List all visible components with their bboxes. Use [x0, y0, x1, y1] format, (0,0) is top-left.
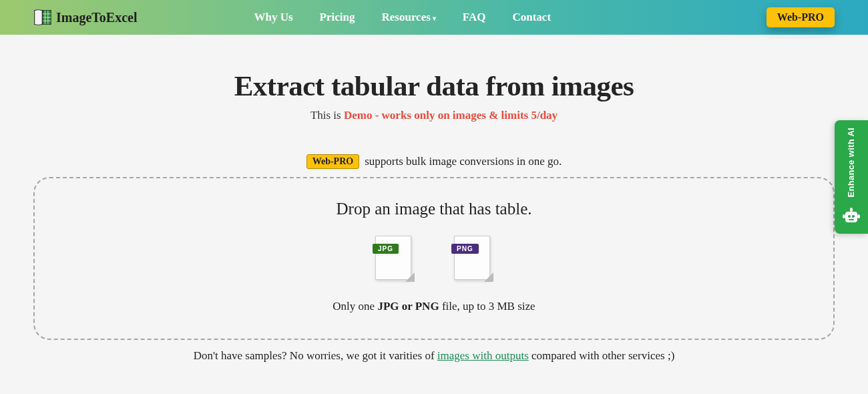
chevron-down-icon: ▾ [433, 15, 436, 22]
main-nav: Why Us Pricing Resources ▾ FAQ Contact [254, 11, 551, 24]
samples-line: Don't have samples? No worries, we got i… [0, 349, 868, 363]
samples-suffix: compared with other services ;) [531, 349, 674, 362]
robot-icon [843, 206, 860, 226]
jpg-file-icon: JPG [375, 236, 414, 281]
samples-prefix: Don't have samples? No worries, we got i… [194, 349, 437, 362]
samples-link[interactable]: images with outputs [437, 349, 529, 362]
png-file-icon: PNG [454, 236, 493, 281]
enhance-ai-label: Enhance with AI [846, 128, 857, 197]
pro-info-text: supports bulk image conversions in one g… [365, 155, 562, 168]
jpg-badge: JPG [373, 244, 399, 254]
svg-rect-10 [849, 219, 854, 220]
svg-rect-11 [850, 208, 853, 212]
web-pro-badge[interactable]: Web-PRO [306, 154, 359, 169]
nav-resources[interactable]: Resources ▾ [381, 11, 435, 24]
dropzone-title: Drop an image that has table. [48, 200, 820, 218]
brand-name: ImageToExcel [56, 10, 137, 25]
svg-rect-7 [845, 212, 857, 222]
enhance-ai-widget[interactable]: Enhance with AI [835, 120, 868, 234]
note-suffix: file, up to 3 MB size [442, 300, 535, 313]
page-subtitle: This is Demo - works only on images & li… [0, 109, 868, 122]
note-formats: JPG or PNG [377, 300, 439, 313]
nav-why-us[interactable]: Why Us [254, 11, 292, 24]
header-bar: ImageToExcel Why Us Pricing Resources ▾ … [0, 0, 868, 35]
nav-contact[interactable]: Contact [512, 11, 551, 24]
spreadsheet-icon [33, 8, 52, 27]
svg-point-8 [848, 215, 851, 218]
file-dropzone[interactable]: Drop an image that has table. JPG PNG On… [33, 177, 835, 340]
web-pro-button[interactable]: Web-PRO [767, 7, 835, 27]
brand-logo[interactable]: ImageToExcel [33, 8, 137, 27]
nav-resources-label: Resources [381, 11, 430, 24]
main-content: Extract tabular data from images This is… [0, 35, 868, 363]
dropzone-note: Only one JPG or PNG file, up to 3 MB siz… [48, 300, 820, 313]
demo-warning: Demo - works only on images & limits 5/d… [344, 109, 558, 122]
svg-rect-12 [843, 214, 845, 218]
page-title: Extract tabular data from images [0, 69, 868, 102]
nav-pricing[interactable]: Pricing [320, 11, 355, 24]
note-prefix: Only one [333, 300, 377, 313]
svg-rect-13 [857, 214, 860, 218]
svg-point-9 [852, 215, 855, 218]
file-type-icons: JPG PNG [48, 236, 820, 281]
pro-info-line: Web-PRO supports bulk image conversions … [0, 154, 868, 169]
png-badge: PNG [451, 244, 479, 254]
subtitle-prefix: This is [310, 109, 344, 122]
nav-faq[interactable]: FAQ [463, 11, 486, 24]
